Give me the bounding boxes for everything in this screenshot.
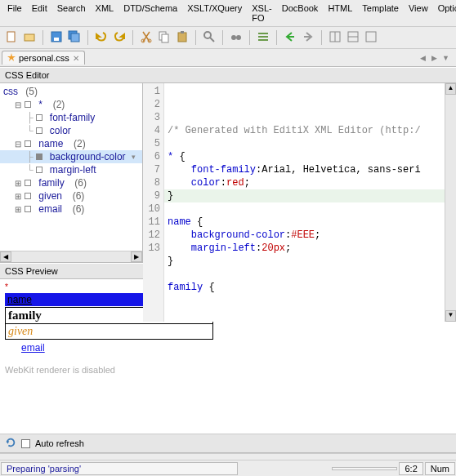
svg-point-12 bbox=[204, 32, 211, 38]
layout1-icon[interactable] bbox=[329, 30, 342, 45]
menu-html[interactable]: HTML bbox=[324, 2, 356, 24]
code-hscroll[interactable]: ◀▶ bbox=[143, 322, 456, 333]
binoculars-icon[interactable] bbox=[230, 30, 243, 45]
status-message: Preparing 'parsing' bbox=[1, 462, 238, 475]
menu-file[interactable]: File bbox=[3, 2, 26, 24]
css-editor-title: CSS Editor bbox=[0, 67, 456, 83]
forward-icon[interactable] bbox=[302, 30, 315, 45]
svg-rect-17 bbox=[258, 36, 268, 38]
close-icon[interactable]: ✕ bbox=[73, 54, 79, 63]
svg-rect-10 bbox=[178, 33, 186, 42]
refresh-icon[interactable] bbox=[5, 437, 16, 450]
redo-icon[interactable] bbox=[113, 30, 126, 45]
tree-leaf-background-color[interactable]: ├ background-color▾ bbox=[0, 150, 142, 163]
tree-item-email[interactable]: ⊞ email (6) bbox=[0, 202, 142, 216]
status-mode: Num bbox=[425, 462, 455, 475]
find-icon[interactable] bbox=[203, 30, 216, 45]
svg-rect-11 bbox=[181, 31, 184, 33]
preview-email: email bbox=[21, 342, 451, 354]
svg-rect-9 bbox=[162, 34, 168, 42]
menu-search[interactable]: Search bbox=[53, 2, 90, 24]
tree-item-name[interactable]: ⊟ name (2) bbox=[0, 137, 142, 150]
svg-line-13 bbox=[210, 38, 214, 42]
menu-edit[interactable]: Edit bbox=[28, 2, 51, 24]
menu-options[interactable]: Options bbox=[434, 2, 456, 24]
svg-rect-0 bbox=[7, 32, 15, 42]
star-icon bbox=[7, 53, 16, 63]
layout3-icon[interactable] bbox=[364, 30, 378, 45]
menu-dtd-schema[interactable]: DTD/Schema bbox=[119, 2, 181, 24]
svg-rect-18 bbox=[258, 39, 268, 41]
menu-xml[interactable]: XML bbox=[92, 2, 118, 24]
svg-point-14 bbox=[231, 35, 236, 40]
tree-item-family[interactable]: ⊞ family (6) bbox=[0, 176, 142, 189]
tree-leaf-color[interactable]: └ color bbox=[0, 124, 142, 137]
copy-icon[interactable] bbox=[158, 30, 171, 45]
menu-view[interactable]: View bbox=[405, 2, 432, 24]
code-editor[interactable]: 12345678910111213 /* Generated with Edit… bbox=[143, 83, 456, 322]
save-icon[interactable] bbox=[50, 30, 63, 45]
status-position: 6:2 bbox=[399, 462, 422, 475]
tree-hscroll[interactable]: ◀▶ bbox=[0, 251, 142, 262]
tabbar: personal.css ✕ ◀ ▶ ▼ bbox=[0, 49, 456, 67]
svg-rect-25 bbox=[366, 32, 376, 42]
tab-label: personal.css bbox=[19, 53, 69, 63]
tab-personal-css[interactable]: personal.css ✕ bbox=[2, 51, 85, 65]
cut-icon[interactable] bbox=[140, 30, 153, 45]
tree-leaf-margin-left[interactable]: └ margin-left bbox=[0, 163, 142, 176]
menu-template[interactable]: Template bbox=[358, 2, 403, 24]
menu-xsl-fo[interactable]: XSL-FO bbox=[248, 2, 275, 24]
statusbar: Preparing 'parsing' 6:2 Num bbox=[0, 460, 456, 476]
svg-rect-5 bbox=[71, 33, 79, 42]
auto-refresh-checkbox[interactable] bbox=[21, 439, 30, 448]
menubar: File Edit Search XML DTD/Schema XSLT/XQu… bbox=[0, 0, 456, 27]
menu-docbook[interactable]: DocBook bbox=[278, 2, 323, 24]
tree-item-star[interactable]: ⊟ * (2) bbox=[0, 98, 142, 111]
menu-xslt-xquery[interactable]: XSLT/XQuery bbox=[183, 2, 246, 24]
tree-item-given[interactable]: ⊞ given (6) bbox=[0, 189, 142, 202]
undo-icon[interactable] bbox=[95, 30, 108, 45]
save-all-icon[interactable] bbox=[68, 30, 81, 45]
code-vscroll[interactable]: ▲▼ bbox=[445, 83, 456, 322]
svg-marker-26 bbox=[7, 53, 16, 61]
tab-nav[interactable]: ◀ ▶ ▼ bbox=[415, 54, 456, 62]
tree-leaf-font-family[interactable]: ├ font-family bbox=[0, 111, 142, 124]
css-tree: css (5) ⊟ * (2) ├ font-family └ color ⊟ … bbox=[0, 83, 143, 262]
preview-note: WebKit renderer is disabled bbox=[5, 365, 451, 375]
auto-refresh-label: Auto refresh bbox=[35, 438, 84, 448]
line-gutter: 12345678910111213 bbox=[143, 83, 164, 322]
layout2-icon[interactable] bbox=[346, 30, 360, 45]
open-icon[interactable] bbox=[23, 30, 36, 45]
svg-point-15 bbox=[236, 35, 241, 40]
status-empty bbox=[332, 467, 397, 470]
list-icon[interactable] bbox=[257, 30, 270, 45]
svg-rect-1 bbox=[25, 34, 34, 41]
refresh-bar: Auto refresh bbox=[0, 434, 456, 453]
svg-rect-3 bbox=[54, 38, 59, 41]
paste-icon[interactable] bbox=[176, 30, 189, 45]
tree-root[interactable]: css (5) bbox=[0, 85, 142, 98]
svg-rect-16 bbox=[258, 33, 268, 34]
toolbar bbox=[0, 27, 456, 49]
editor-area: css (5) ⊟ * (2) ├ font-family └ color ⊟ … bbox=[0, 83, 456, 263]
new-icon[interactable] bbox=[5, 30, 18, 45]
back-icon[interactable] bbox=[284, 30, 297, 45]
